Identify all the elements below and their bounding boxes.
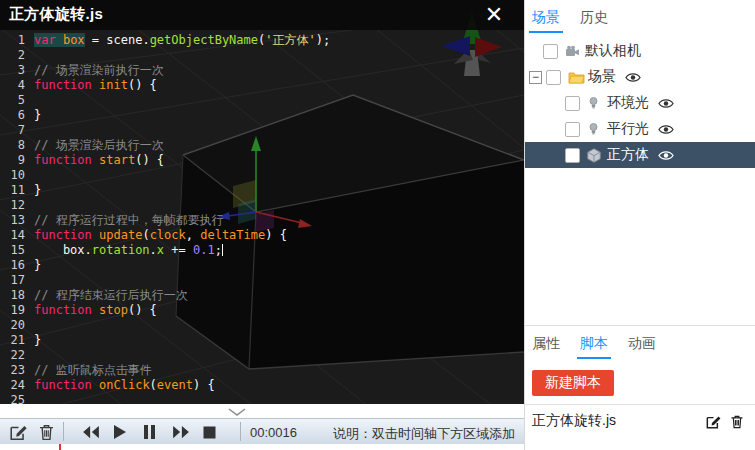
code-line: 6} [0, 108, 330, 123]
code-line: 7 [0, 123, 330, 138]
timeline-playhead[interactable] [59, 444, 61, 450]
code-line: 11} [0, 183, 330, 198]
eye-icon[interactable] [658, 98, 674, 109]
app: 正方体旋转.js ✕ 1var box = scene.getObjectByN… [0, 0, 755, 450]
tree-item-cube[interactable]: 正方体 [525, 142, 755, 168]
toolbar-separator [240, 422, 241, 441]
visibility-checkbox[interactable] [565, 96, 580, 111]
delete-script-icon[interactable] [729, 413, 745, 430]
close-icon[interactable]: ✕ [480, 2, 508, 28]
tab-history[interactable]: 历史 [580, 9, 608, 27]
line-number: 11 [0, 183, 25, 198]
code-line: 16} [0, 258, 330, 273]
code-line: 1var box = scene.getObjectByName('正方体'); [0, 33, 330, 48]
code-line: 13// 程序运行过程中，每帧都要执行 [0, 213, 330, 228]
line-number: 17 [0, 273, 25, 288]
script-list-item: 正方体旋转.js [525, 405, 755, 437]
code-line: 15 box.rotation.x += 0.1; [0, 243, 330, 258]
script-list: 正方体旋转.js [525, 405, 755, 437]
line-number: 19 [0, 303, 25, 318]
line-number: 10 [0, 168, 25, 183]
line-number: 13 [0, 213, 25, 228]
tree-item-ambient-light[interactable]: 环境光 [525, 90, 755, 116]
code-line: 2 [0, 48, 330, 63]
visibility-checkbox[interactable] [565, 122, 580, 137]
text-caret [222, 244, 223, 256]
expander-icon[interactable]: − [529, 71, 542, 84]
eye-icon[interactable] [625, 72, 641, 83]
detail-panel-tabs: 属性脚本动画 [525, 326, 755, 360]
pause-button[interactable] [143, 424, 156, 444]
tree-item-label: 默认相机 [585, 42, 641, 60]
code-line: 21} [0, 333, 330, 348]
code-line: 19function stop() { [0, 303, 330, 318]
code-line: 4function init() { [0, 78, 330, 93]
code-line: 12 [0, 198, 330, 213]
tree-item-directional-light[interactable]: 平行光 [525, 116, 755, 142]
visibility-checkbox[interactable] [565, 148, 580, 163]
new-script-button[interactable]: 新建脚本 [532, 370, 614, 396]
tree-item-default-camera[interactable]: 默认相机 [525, 38, 755, 64]
editor-titlebar: 正方体旋转.js ✕ [0, 0, 524, 30]
tree-item-label: 平行光 [607, 120, 649, 138]
line-number: 7 [0, 123, 25, 138]
toolbar-separator [63, 422, 64, 441]
code-line: 8// 场景渲染后执行一次 [0, 138, 330, 153]
tab-properties[interactable]: 属性 [532, 335, 560, 353]
code-line: 10 [0, 168, 330, 183]
line-number: 20 [0, 318, 25, 333]
code-line: 24function onClick(event) { [0, 378, 330, 393]
scene-hierarchy-panel: 场景历史 默认相机−场景环境光平行光正方体 属性脚本动画 新建脚本 正方体旋转.… [524, 0, 755, 450]
line-number: 24 [0, 378, 25, 393]
folder-icon [568, 71, 586, 84]
code-line: 23// 监听鼠标点击事件 [0, 363, 330, 378]
tree-item-scene[interactable]: −场景 [525, 64, 755, 90]
line-number: 21 [0, 333, 25, 348]
delete-animation-button[interactable] [37, 422, 56, 446]
tab-scene[interactable]: 场景 [532, 9, 560, 27]
line-number: 22 [0, 348, 25, 363]
code-line: 5 [0, 93, 330, 108]
time-display: 00:0016 [250, 425, 297, 440]
line-number: 16 [0, 258, 25, 273]
code-lines[interactable]: 1var box = scene.getObjectByName('正方体');… [0, 33, 330, 404]
light-icon [587, 96, 605, 110]
mesh-icon [587, 148, 605, 163]
editor-title: 正方体旋转.js [9, 5, 103, 24]
scene-tree: 默认相机−场景环境光平行光正方体 [525, 38, 755, 168]
visibility-checkbox[interactable] [543, 44, 558, 59]
line-number: 8 [0, 138, 25, 153]
chevron-down-icon[interactable] [228, 408, 246, 416]
eye-icon[interactable] [658, 124, 674, 135]
line-number: 15 [0, 243, 25, 258]
eye-icon[interactable] [658, 150, 674, 161]
detail-section: 属性脚本动画 新建脚本 正方体旋转.js [525, 325, 755, 450]
line-number: 1 [0, 33, 25, 48]
camera-icon [565, 45, 583, 57]
line-number: 6 [0, 108, 25, 123]
edit-script-icon[interactable] [705, 413, 722, 430]
line-number: 23 [0, 363, 25, 378]
code-line: 18// 程序结束运行后执行一次 [0, 288, 330, 303]
rewind-button[interactable] [81, 425, 101, 443]
tree-item-label: 环境光 [607, 94, 649, 112]
tab-script[interactable]: 脚本 [580, 335, 608, 353]
edit-animation-button[interactable] [8, 422, 29, 446]
code-line: 9function start() { [0, 153, 330, 168]
line-number: 9 [0, 153, 25, 168]
code-line: 20 [0, 318, 330, 333]
tab-animation[interactable]: 动画 [628, 335, 656, 353]
stop-button[interactable] [203, 425, 216, 443]
line-number: 5 [0, 93, 25, 108]
tree-item-label: 场景 [588, 68, 616, 86]
code-line: 3// 场景渲染前执行一次 [0, 63, 330, 78]
play-button[interactable] [113, 424, 127, 444]
line-number: 4 [0, 78, 25, 93]
code-editor[interactable]: 正方体旋转.js ✕ 1var box = scene.getObjectByN… [0, 0, 524, 404]
timeline-track[interactable] [0, 444, 524, 450]
code-line: 14function update(clock, deltaTime) { [0, 228, 330, 243]
line-number: 2 [0, 48, 25, 63]
visibility-checkbox[interactable] [546, 70, 561, 85]
line-number: 3 [0, 63, 25, 78]
fast-forward-button[interactable] [171, 425, 191, 443]
